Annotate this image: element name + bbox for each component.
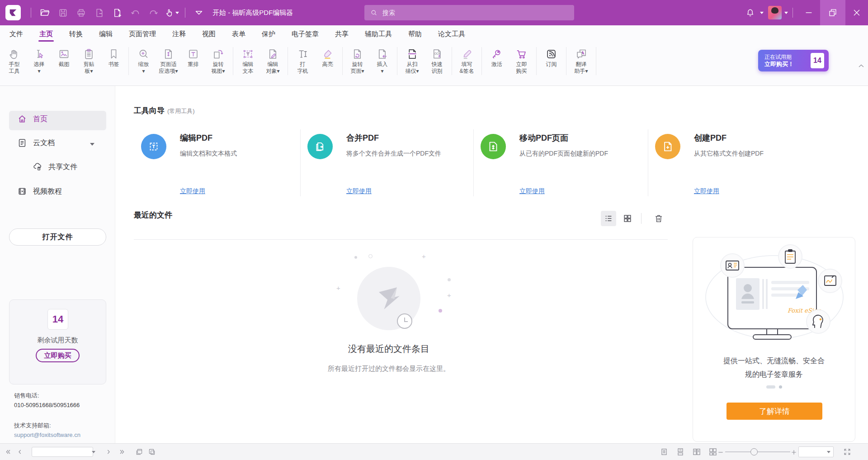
undo-button[interactable]: [126, 4, 144, 22]
zoom-slider-knob[interactable]: [750, 448, 758, 455]
page-number-box[interactable]: [32, 447, 93, 457]
menu-help[interactable]: 帮助: [408, 27, 422, 41]
first-page-button[interactable]: [3, 446, 14, 457]
collapse-toolbar-button[interactable]: [190, 4, 208, 22]
zoom-slider-track[interactable]: [725, 451, 790, 452]
tool-card-edit-pdf[interactable]: 编辑PDF 编辑文档和文本格式 立即使用: [134, 129, 292, 196]
next-view-button[interactable]: [146, 446, 157, 457]
close-button[interactable]: [845, 0, 868, 25]
page-number-caret-icon[interactable]: [92, 451, 95, 453]
account-menu-caret-icon[interactable]: [784, 12, 788, 14]
sidebar-item-video-tutorials[interactable]: 视频教程: [17, 186, 62, 196]
toolbar-select-tool[interactable]: 选择 ▾: [27, 43, 52, 75]
notifications-caret-icon[interactable]: [760, 12, 764, 14]
menu-accessibility[interactable]: 辅助工具: [365, 27, 392, 41]
restore-button[interactable]: [820, 0, 845, 25]
carousel-dot-active[interactable]: [766, 385, 775, 389]
redo-button[interactable]: [144, 4, 162, 22]
menu-home[interactable]: 主页: [39, 27, 53, 41]
open-file-button[interactable]: 打开文件: [9, 228, 106, 246]
toolbar-snapshot[interactable]: 截图: [52, 43, 76, 68]
clear-recent-button[interactable]: [651, 211, 666, 226]
zoom-level-box[interactable]: [798, 446, 834, 457]
toolbar-zoom[interactable]: 缩放 ▾: [131, 43, 156, 75]
tool-card-create-pdf[interactable]: 创建PDF 从其它格式文件创建PDF 立即使用: [648, 129, 847, 196]
tool-card-merge-pdf[interactable]: 合并PDF 将多个文件合并生成一个PDF文件 立即使用: [300, 129, 465, 196]
trial-badge[interactable]: 正在试用期 立即购买！ 14: [758, 50, 829, 71]
cloud-docs-caret-icon[interactable]: [90, 143, 94, 146]
menu-convert[interactable]: 转换: [69, 27, 83, 41]
menu-protect[interactable]: 保护: [262, 27, 275, 41]
toolbar-insert-pages[interactable]: 插入 ▾: [370, 43, 395, 75]
toolbar-quick-ocr[interactable]: OCR 快速 识别: [425, 43, 449, 75]
carousel-dots[interactable]: [693, 385, 855, 389]
open-file-button[interactable]: [36, 4, 54, 22]
toolbar-subscribe[interactable]: 订阅: [539, 43, 564, 68]
menu-paper-tools[interactable]: 论文工具: [438, 27, 465, 41]
avatar[interactable]: [768, 6, 782, 19]
facing-view-button[interactable]: [691, 446, 702, 457]
minimize-button[interactable]: [797, 0, 820, 25]
toolbar-activate[interactable]: 激活: [484, 43, 509, 68]
zoom-out-button[interactable]: [715, 447, 726, 458]
fullscreen-button[interactable]: [842, 446, 853, 457]
toolbar-label: 高亮: [322, 61, 333, 68]
continuous-view-button[interactable]: [675, 446, 686, 457]
toolbar-hand-tool[interactable]: 手型 工具: [2, 43, 27, 75]
sidebar-item-cloud-docs[interactable]: 云文档: [17, 138, 55, 148]
notifications-button[interactable]: [741, 4, 759, 22]
use-now-link[interactable]: 立即使用: [346, 187, 372, 195]
last-page-button[interactable]: [117, 446, 127, 457]
sidebar-item-home[interactable]: 首页: [17, 114, 47, 124]
prev-view-button[interactable]: [134, 446, 145, 457]
menu-comment[interactable]: 注释: [172, 27, 186, 41]
create-document-button[interactable]: [108, 4, 126, 22]
close-document-button[interactable]: [90, 4, 108, 22]
sidebar-item-shared-files[interactable]: 共享文件: [33, 162, 77, 172]
toolbar-label: 立即: [516, 61, 527, 68]
zoom-in-button[interactable]: [788, 447, 799, 458]
list-view-button[interactable]: [601, 211, 616, 226]
scroll-up-icon[interactable]: [858, 64, 864, 68]
menu-esign[interactable]: 电子签章: [292, 27, 319, 41]
tool-card-move-pdf-pages[interactable]: 移动PDF页面 从已有的PDF页面创建新的PDF 立即使用: [473, 129, 640, 196]
toolbar-fill-sign[interactable]: 填写 &签名: [454, 43, 479, 75]
toolbar-page-fit[interactable]: 页面适 应选项▾: [156, 43, 181, 75]
menu-page-organize[interactable]: 页面管理: [129, 27, 156, 41]
menu-file[interactable]: 文件: [9, 27, 23, 41]
search-box[interactable]: [364, 5, 574, 20]
next-page-button[interactable]: [103, 446, 114, 457]
toolbar-bookmark[interactable]: 书签: [101, 43, 126, 68]
buy-now-button[interactable]: 立即购买: [36, 349, 80, 362]
toolbar-highlight[interactable]: 高亮: [315, 43, 340, 68]
print-button[interactable]: [72, 4, 90, 22]
toolbar-edit-text[interactable]: 编辑 文本: [236, 43, 260, 75]
menu-view[interactable]: 视图: [202, 27, 216, 41]
toolbar-rotate-view[interactable]: 旋转 视图▾: [206, 43, 231, 75]
single-page-view-button[interactable]: [659, 446, 670, 457]
toolbar-typewriter[interactable]: 打 字机: [290, 43, 315, 75]
toolbar-clipboard[interactable]: 剪贴 板▾: [76, 43, 101, 75]
touch-mode-button[interactable]: [162, 4, 180, 22]
support-email-link[interactable]: support@foxitsoftware.cn: [14, 432, 80, 438]
use-now-link[interactable]: 立即使用: [180, 187, 205, 195]
search-input[interactable]: [382, 9, 555, 17]
carousel-dot[interactable]: [779, 385, 782, 389]
menu-form[interactable]: 表单: [232, 27, 245, 41]
page-number-input[interactable]: [34, 447, 85, 456]
menu-edit[interactable]: 编辑: [99, 27, 113, 41]
grid-view-button[interactable]: [620, 211, 635, 226]
prev-page-button[interactable]: [14, 446, 25, 457]
toolbar-from-scanner[interactable]: 从扫 描仪▾: [400, 43, 425, 75]
toolbar-translate[interactable]: 翻译 助手▾: [569, 43, 594, 75]
toolbar-rotate-pages[interactable]: 旋转 页面▾: [345, 43, 370, 75]
menu-share[interactable]: 共享: [335, 27, 349, 41]
toolbar-edit-object[interactable]: 编辑 对象▾: [260, 43, 285, 75]
use-now-link[interactable]: 立即使用: [519, 187, 545, 195]
toolbar-buy-now[interactable]: 立即 购买: [509, 43, 534, 75]
use-now-link[interactable]: 立即使用: [694, 187, 719, 195]
toolbar-reflow[interactable]: 重排: [181, 43, 206, 68]
save-button[interactable]: [54, 4, 72, 22]
learn-more-button[interactable]: 了解详情: [726, 403, 822, 420]
zoom-level-caret-icon[interactable]: [827, 451, 830, 453]
